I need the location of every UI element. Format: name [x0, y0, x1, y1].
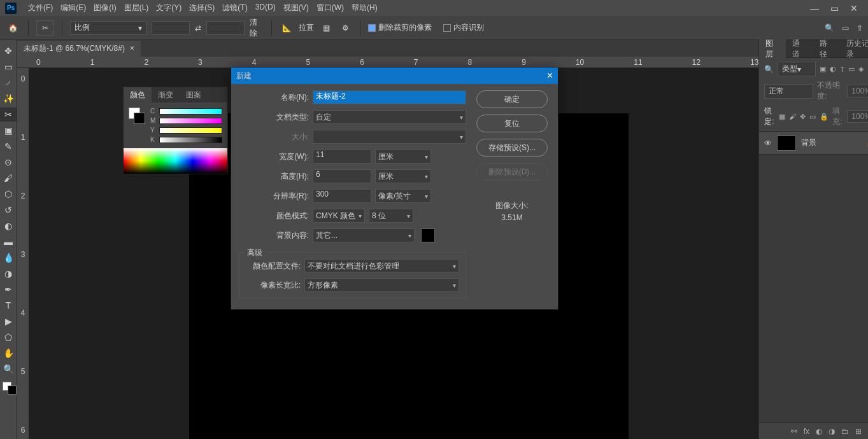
- home-icon[interactable]: 🏠: [5, 20, 20, 36]
- color-mode-select[interactable]: CMYK 颜色: [313, 209, 365, 223]
- crop-tool[interactable]: ✂: [0, 108, 17, 122]
- menu-item[interactable]: 文件(F): [24, 1, 57, 15]
- dialog-close-icon[interactable]: ×: [547, 70, 553, 81]
- c-slider[interactable]: [159, 108, 222, 115]
- dialog-titlebar[interactable]: 新建 ×: [231, 67, 558, 84]
- swap-icon[interactable]: ⇄: [195, 24, 201, 32]
- lock-all-icon[interactable]: 🔒: [820, 113, 829, 121]
- bit-depth-select[interactable]: 8 位: [369, 209, 413, 223]
- width-input-field[interactable]: 11: [313, 150, 371, 164]
- visibility-icon[interactable]: 👁: [764, 139, 772, 148]
- menu-item[interactable]: 图像(I): [90, 1, 120, 15]
- gear-icon[interactable]: ⚙: [338, 21, 352, 35]
- type-tool[interactable]: T: [0, 298, 17, 312]
- lasso-tool[interactable]: ⟋: [0, 76, 17, 90]
- document-tab[interactable]: 未标题-1 @ 66.7%(CMYK/8#) ×: [17, 41, 141, 57]
- color-tab-color[interactable]: 颜色: [124, 87, 152, 102]
- height-input[interactable]: [206, 21, 245, 35]
- layer-thumbnail[interactable]: [777, 136, 796, 151]
- height-unit-select[interactable]: 厘米: [375, 169, 431, 183]
- hand-tool[interactable]: ✋: [0, 346, 17, 360]
- filter-smart-icon[interactable]: ◈: [858, 65, 864, 73]
- menu-item[interactable]: 图层(L): [120, 1, 153, 15]
- bg-content-select[interactable]: 其它...: [313, 228, 415, 242]
- share-icon[interactable]: ⇧: [857, 24, 863, 32]
- eyedropper-tool[interactable]: ✎: [0, 139, 17, 153]
- menu-item[interactable]: 选择(S): [185, 1, 218, 15]
- grid-icon[interactable]: ▦: [319, 21, 333, 35]
- blur-tool[interactable]: 💧: [0, 251, 17, 265]
- group-icon[interactable]: 🗀: [841, 427, 849, 436]
- resolution-unit-select[interactable]: 像素/英寸: [375, 189, 431, 203]
- color-swatches[interactable]: [0, 382, 17, 396]
- clear-button[interactable]: 清除: [250, 21, 264, 35]
- path-select-tool[interactable]: ▶: [0, 314, 17, 328]
- resolution-input[interactable]: 300: [313, 189, 371, 203]
- content-aware-checkbox[interactable]: [443, 24, 451, 32]
- link-layers-icon[interactable]: ⚯: [791, 427, 797, 436]
- close-icon[interactable]: ✕: [850, 3, 858, 13]
- menu-item[interactable]: 滤镜(T): [218, 1, 251, 15]
- search-mini-icon[interactable]: 🔍: [764, 65, 774, 74]
- menu-item[interactable]: 3D(D): [252, 1, 280, 15]
- color-spectrum[interactable]: [124, 148, 227, 174]
- crop-tool-icon[interactable]: ✂: [36, 20, 54, 36]
- zoom-tool[interactable]: 🔍: [0, 362, 17, 376]
- name-input[interactable]: 未标题-2: [313, 90, 466, 104]
- minimize-icon[interactable]: —: [810, 3, 819, 13]
- tab-close-icon[interactable]: ×: [130, 44, 134, 53]
- opacity-input[interactable]: 100%: [847, 85, 868, 97]
- height-input-field[interactable]: 6: [313, 169, 371, 183]
- menu-item[interactable]: 视图(V): [280, 1, 313, 15]
- dodge-tool[interactable]: ◑: [0, 267, 17, 281]
- fill-input[interactable]: 100%: [847, 110, 868, 123]
- frame-tool[interactable]: ▣: [0, 123, 17, 137]
- color-tab-gradient[interactable]: 渐变: [152, 87, 180, 102]
- filter-adjust-icon[interactable]: ◐: [830, 65, 836, 73]
- brush-tool[interactable]: 🖌: [0, 171, 17, 185]
- adjustment-icon[interactable]: ◑: [829, 427, 835, 436]
- kind-filter-dropdown[interactable]: 类型 ▾: [778, 62, 816, 76]
- gradient-tool[interactable]: ▬: [0, 235, 17, 249]
- save-preset-button[interactable]: 存储预设(S)...: [476, 139, 548, 157]
- filter-image-icon[interactable]: ▣: [820, 65, 826, 73]
- maximize-icon[interactable]: ▭: [830, 3, 839, 13]
- reset-button[interactable]: 复位: [476, 115, 548, 132]
- y-slider[interactable]: [159, 127, 222, 134]
- doc-type-select[interactable]: 自定: [313, 110, 466, 124]
- layer-row[interactable]: 👁 背景 🔒: [759, 132, 868, 155]
- stamp-tool[interactable]: ⬡: [0, 187, 17, 201]
- profile-select[interactable]: 不要对此文档进行色彩管理: [304, 259, 459, 273]
- filter-shape-icon[interactable]: ▭: [848, 65, 855, 73]
- search-icon[interactable]: 🔍: [825, 24, 834, 32]
- lock-position-icon[interactable]: ✥: [800, 113, 806, 121]
- pen-tool[interactable]: ✒: [0, 282, 17, 296]
- menu-item[interactable]: 文字(Y): [152, 1, 185, 15]
- blend-mode-dropdown[interactable]: 正常: [764, 84, 813, 99]
- new-layer-icon[interactable]: ⊞: [855, 427, 862, 436]
- fx-icon[interactable]: fx: [804, 427, 809, 436]
- menu-item[interactable]: 编辑(E): [57, 1, 90, 15]
- menu-item[interactable]: 窗口(W): [313, 1, 348, 15]
- healing-tool[interactable]: ⊙: [0, 155, 17, 169]
- k-slider[interactable]: [159, 137, 222, 143]
- marquee-tool[interactable]: ▭: [0, 60, 17, 74]
- color-swatch[interactable]: [129, 108, 146, 125]
- workspace-icon[interactable]: ▭: [842, 24, 849, 32]
- history-brush-tool[interactable]: ↺: [0, 203, 17, 217]
- lock-artboard-icon[interactable]: ▭: [809, 113, 816, 121]
- magic-wand-tool[interactable]: ✨: [0, 92, 17, 106]
- move-tool[interactable]: ✥: [0, 44, 17, 58]
- eraser-tool[interactable]: ◐: [0, 219, 17, 233]
- m-slider[interactable]: [159, 118, 222, 124]
- straighten-icon[interactable]: 📐: [280, 21, 294, 35]
- filter-type-icon[interactable]: T: [840, 66, 844, 73]
- lock-pixels-icon[interactable]: ▦: [779, 113, 785, 121]
- menu-item[interactable]: 帮助(H): [348, 1, 381, 15]
- width-input[interactable]: [152, 21, 190, 35]
- color-tab-pattern[interactable]: 图案: [180, 87, 208, 102]
- shape-tool[interactable]: ⬠: [0, 330, 17, 344]
- ratio-preset-dropdown[interactable]: 比例▾: [70, 21, 146, 35]
- width-unit-select[interactable]: 厘米: [375, 150, 431, 164]
- aspect-select[interactable]: 方形像素: [304, 278, 459, 292]
